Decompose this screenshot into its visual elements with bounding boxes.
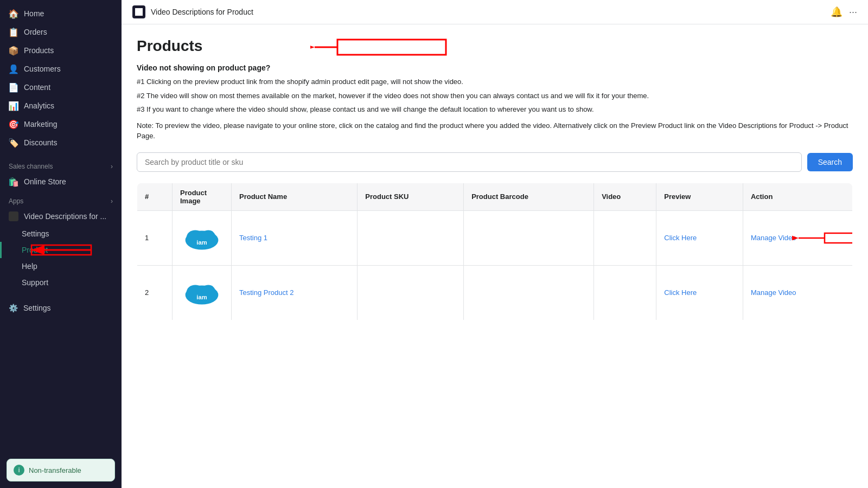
sidebar-sub-product[interactable]: Product [0,242,122,258]
info-text-3: #3 If you want to change where the video… [137,104,853,115]
sidebar-item-discounts[interactable]: 🏷️ Discounts [0,133,122,152]
orders-icon: 📋 [9,27,18,37]
sidebar-label-content: Content [24,83,50,92]
sidebar-bottom: i Non-transferable [0,452,122,488]
row1-preview[interactable]: Click Here [656,210,743,265]
sidebar-item-settings[interactable]: ⚙️ Settings [0,299,122,317]
main-area: Video Descriptions for Product 🔔 ··· Pro… [122,0,868,488]
sidebar: 🏠 Home 📋 Orders 📦 Products 👤 Customers 📄… [0,0,122,488]
info-text-2: #2 The video will show on most themes av… [137,91,853,101]
customers-icon: 👤 [9,64,18,74]
product-image-2: iam [180,271,224,314]
sidebar-item-analytics[interactable]: 📊 Analytics [0,97,122,115]
sidebar-label-discounts: Discounts [24,138,57,147]
sidebar-label-online-store: Online Store [24,177,66,186]
app-square-icon [132,5,145,18]
page-title: Products [137,37,202,55]
row1-click-here[interactable]: Click Here [664,234,697,242]
row1-product-link[interactable]: Testing 1 [239,234,267,242]
home-icon: 🏠 [9,9,18,18]
search-bar: Search [137,152,853,172]
col-num: # [137,183,173,210]
note-text: Note: To preview the video, please navig… [137,120,853,142]
search-input[interactable] [137,152,802,172]
product-image-1: iam [180,216,224,260]
row2-action[interactable]: Manage Video [743,265,852,320]
sidebar-label-video-descriptions: Video Descriptions for ... [24,212,106,221]
table-row: 2 iam [137,265,853,320]
col-name: Product Name [232,183,358,210]
sidebar-sub-settings[interactable]: Settings [0,226,122,242]
settings-icon: ⚙️ [9,304,18,312]
row2-sku [358,265,464,320]
sidebar-item-video-descriptions[interactable]: Video Descriptions for ... [0,207,122,226]
row1-sku [358,210,464,265]
page-content: Products Video not showing on product pa… [122,24,868,488]
sidebar-label-marketing: Marketing [24,120,57,129]
row2-preview[interactable]: Click Here [656,265,743,320]
row1-action[interactable]: Manage Video [743,210,852,265]
row1-num: 1 [137,210,173,265]
row1-name[interactable]: Testing 1 [232,210,358,265]
svg-rect-3 [135,8,143,16]
col-video: Video [594,183,656,210]
search-button[interactable]: Search [807,153,853,171]
app-icon [9,211,18,221]
cloud-logo-2: iam [180,274,224,312]
sidebar-item-content[interactable]: 📄 Content [0,78,122,97]
col-barcode: Product Barcode [464,183,594,210]
col-sku: Product SKU [358,183,464,210]
row1-manage-video[interactable]: Manage Video [751,234,796,242]
sidebar-item-orders[interactable]: 📋 Orders [0,23,122,41]
apps-group: Apps › [0,191,122,207]
info-text-1: #1 Clicking on the preview product link … [137,76,853,87]
non-transferable-label: Non-transferable [29,466,81,474]
online-store-icon: 🛍️ [9,177,18,187]
sidebar-label-home: Home [24,9,44,18]
sidebar-label-customers: Customers [24,65,61,73]
topbar: Video Descriptions for Product 🔔 ··· [122,0,868,24]
row1-image: iam [173,210,232,265]
products-arrow [310,34,451,60]
info-circle-icon: i [14,465,24,476]
marketing-icon: 🎯 [9,119,18,129]
sidebar-sub-help[interactable]: Help [0,258,122,274]
topbar-actions: 🔔 ··· [831,6,857,18]
products-icon: 📦 [9,46,18,55]
col-action: Action [743,183,852,210]
row2-click-here[interactable]: Click Here [664,288,697,297]
row1-video [594,210,656,265]
svg-rect-12 [825,233,853,243]
products-table: # Product Image Product Name Product SKU… [137,183,853,320]
col-preview: Preview [656,183,743,210]
row2-name[interactable]: Testing Product 2 [232,265,358,320]
table-row: 1 iam [137,210,853,265]
analytics-icon: 📊 [9,101,18,111]
row2-image: iam [173,265,232,320]
bell-icon[interactable]: 🔔 [831,6,843,18]
svg-text:iam: iam [196,294,207,300]
sidebar-item-home[interactable]: 🏠 Home [0,4,122,23]
row1-barcode [464,210,594,265]
cloud-logo-1: iam [180,219,224,257]
topbar-title: Video Descriptions for Product [151,8,253,16]
sidebar-item-products[interactable]: 📦 Products [0,41,122,60]
sidebar-item-customers[interactable]: 👤 Customers [0,60,122,78]
row2-video [594,265,656,320]
discounts-icon: 🏷️ [9,138,18,147]
content-icon: 📄 [9,82,18,92]
sidebar-label-analytics: Analytics [24,101,54,110]
sales-channels-group: Sales channels › [0,156,122,172]
row2-manage-video[interactable]: Manage Video [751,288,796,297]
sidebar-sub-support[interactable]: Support [0,274,122,291]
row2-num: 2 [137,265,173,320]
svg-rect-5 [337,40,446,55]
sidebar-settings-label: Settings [23,304,51,312]
non-transferable-badge: i Non-transferable [7,459,115,481]
more-options-icon[interactable]: ··· [849,7,857,18]
row2-product-link[interactable]: Testing Product 2 [239,288,293,297]
col-image: Product Image [173,183,232,210]
sidebar-item-marketing[interactable]: 🎯 Marketing [0,115,122,133]
row2-barcode [464,265,594,320]
sidebar-item-online-store[interactable]: 🛍️ Online Store [0,172,122,191]
